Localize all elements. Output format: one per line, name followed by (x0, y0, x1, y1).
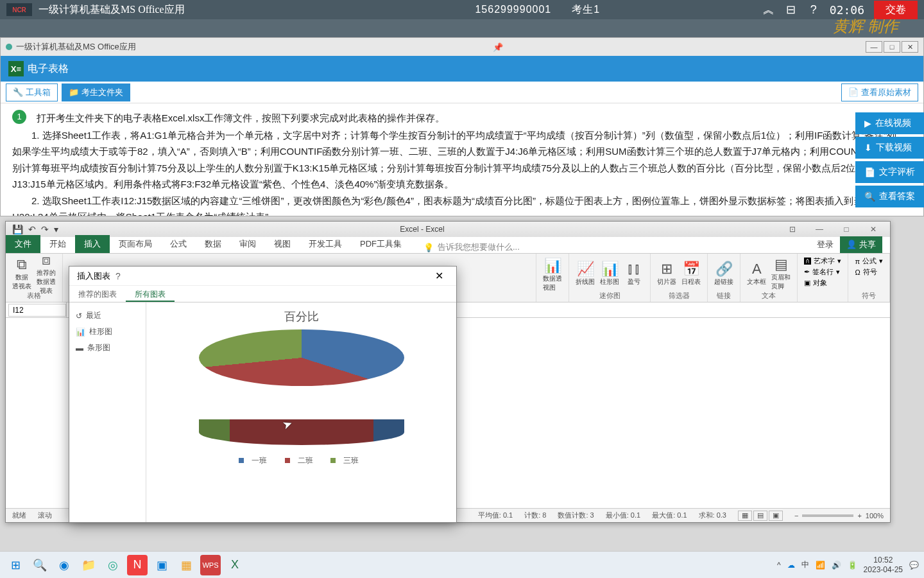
tab-home[interactable]: 开始 (40, 235, 75, 253)
minimize-button[interactable]: — (866, 41, 882, 53)
view-break-button[interactable]: ▣ (769, 511, 783, 521)
maximize-button[interactable]: □ (884, 41, 900, 53)
view-raw-button[interactable]: 📄 查看原始素材 (841, 83, 918, 101)
recommended-pivot-button[interactable]: ⧈推荐的 数据透视表 (37, 261, 56, 286)
tell-me[interactable]: 💡告诉我您想要做什么... (411, 241, 817, 253)
insert-chart-dialog: 插入图表 ? ✕ 推荐的图表 所有图表 ↺最近 📊柱形图 ▬条形图 百分比 一班… (69, 266, 457, 523)
signature-button[interactable]: ✒ 签名行 ▾ (804, 267, 840, 277)
sig-label: 签名行 (812, 267, 834, 277)
tab-view[interactable]: 视图 (265, 235, 300, 253)
taskbar-edge[interactable]: ◉ (54, 555, 74, 575)
tray-battery-icon[interactable]: 🔋 (848, 561, 857, 570)
taskbar-search[interactable]: 🔍 (30, 555, 50, 575)
dialog-close-button[interactable]: ✕ (430, 270, 449, 282)
login-link[interactable]: 登录 (817, 239, 834, 250)
tray-ime-icon[interactable]: 中 (801, 559, 809, 570)
group-filters: ⊞切片器 📅日程表 筛选器 (651, 254, 708, 302)
undo-icon[interactable]: ↶ (28, 224, 36, 234)
status-avg: 0.1 (503, 511, 513, 519)
student-id: 156299990001 (475, 4, 551, 15)
group-sparklines-label: 迷你图 (599, 291, 620, 301)
zoom-out-icon[interactable]: − (794, 512, 798, 520)
header-footer-button[interactable]: ▤页眉和页脚 (771, 261, 791, 286)
collapse-icon[interactable]: ︽ (762, 3, 775, 16)
online-video-button[interactable]: ▶在线视频 (855, 112, 924, 134)
tab-data[interactable]: 数据 (196, 235, 230, 253)
tab-dev[interactable]: 开发工具 (300, 235, 351, 253)
excel-close-button[interactable]: ✕ (860, 223, 886, 236)
download-video-button[interactable]: ⬇下载视频 (855, 137, 924, 159)
tab-pdf[interactable]: PDF工具集 (351, 235, 411, 253)
symbol-button[interactable]: Ω 符号 (855, 267, 877, 277)
taskbar-app-4[interactable]: ▦ (176, 555, 196, 575)
toolbar: 🔧 工具箱 📁 考生文件夹 📄 查看原始素材 (1, 82, 923, 103)
qat-more-icon[interactable]: ▾ (54, 224, 58, 234)
tray-volume-icon[interactable]: 🔊 (832, 561, 841, 570)
share-button[interactable]: 👤 共享 (840, 236, 882, 253)
view-layout-button[interactable]: ▤ (753, 511, 767, 521)
student-folder-button[interactable]: 📁 考生文件夹 (62, 83, 130, 101)
taskbar-app-1[interactable]: ◎ (103, 555, 123, 575)
name-box[interactable] (8, 304, 66, 317)
excel-maximize-button[interactable]: □ (834, 223, 859, 236)
zoom-slider[interactable] (802, 514, 853, 517)
equation-button[interactable]: π 公式 ▾ (855, 256, 883, 266)
timeline-button[interactable]: 📅日程表 (681, 261, 701, 286)
help-icon[interactable]: ? (807, 3, 820, 16)
dialog-help-button[interactable]: ? (110, 271, 126, 281)
chart-type-recent[interactable]: ↺最近 (74, 308, 141, 324)
tray-wifi-icon[interactable]: 📶 (816, 561, 825, 570)
close-button[interactable]: ✕ (902, 41, 918, 53)
zoom-in-icon[interactable]: + (857, 512, 861, 520)
object-button[interactable]: ▣ 对象 (804, 278, 827, 288)
sparkline-winloss-button[interactable]: ⫿⫿盈亏 (624, 261, 644, 286)
tab-file[interactable]: 文件 (6, 235, 40, 253)
pivot-table-button[interactable]: ⧉数据 透视表 (12, 261, 31, 286)
group-symbols-label: 符号 (862, 291, 876, 301)
text-review-button[interactable]: 📄文字评析 (855, 161, 924, 183)
taskbar-clock[interactable]: 10:52 2023-04-25 (864, 556, 903, 574)
view-normal-button[interactable]: ▦ (738, 511, 752, 521)
sparkline-column-button[interactable]: 📊柱形图 (600, 261, 619, 286)
taskbar-app-3[interactable]: ▣ (151, 555, 172, 575)
tab-insert[interactable]: 插入 (75, 235, 110, 253)
taskbar-wps[interactable]: WPS (200, 555, 221, 575)
window-icon[interactable]: ⊟ (785, 3, 798, 16)
start-button[interactable]: ⊞ (5, 555, 26, 575)
redo-icon[interactable]: ↷ (41, 224, 49, 234)
pin-icon[interactable]: 📌 (493, 42, 503, 52)
wordart-button[interactable]: 🅰 艺术字 ▾ (804, 256, 841, 266)
pivot-chart-button[interactable]: 📊数据透视图 (543, 262, 562, 288)
view-raw-label: 查看原始素材 (861, 87, 911, 98)
hyperlink-button[interactable]: 🔗超链接 (714, 261, 733, 286)
tab-formula[interactable]: 公式 (161, 235, 196, 253)
view-answer-button[interactable]: 🔍查看答案 (855, 186, 924, 207)
textbox-button[interactable]: A文本框 (747, 261, 766, 286)
tab-layout[interactable]: 页面布局 (110, 235, 161, 253)
save-icon[interactable]: 💾 (12, 224, 23, 234)
tab-review[interactable]: 审阅 (230, 235, 265, 253)
chart-type-list[interactable]: ↺最近 📊柱形图 ▬条形图 (69, 302, 146, 522)
toolbox-button[interactable]: 🔧 工具箱 (6, 83, 58, 101)
document-title: 电子表格 (28, 62, 69, 76)
textbox-label: 文本框 (747, 277, 766, 286)
clock-time: 10:52 (864, 556, 903, 565)
tray-notifications-icon[interactable]: 💬 (909, 561, 919, 570)
submit-button[interactable]: 交卷 (874, 1, 918, 19)
zoom-control[interactable]: − + 100% (794, 512, 884, 520)
taskbar-explorer[interactable]: 📁 (78, 555, 99, 575)
tray-cloud-icon[interactable]: ☁ (787, 561, 795, 570)
taskbar-excel[interactable]: X (225, 555, 245, 575)
chart-type-bar[interactable]: ▬条形图 (74, 340, 141, 356)
dialog-titlebar: 插入图表 ? ✕ (69, 267, 456, 286)
sparkline-line-button[interactable]: 📈折线图 (576, 261, 595, 286)
dialog-tab-recommended[interactable]: 推荐的图表 (69, 286, 126, 302)
status-sum: 0.3 (717, 511, 726, 519)
dialog-tab-all[interactable]: 所有图表 (126, 286, 175, 302)
ribbon-options-icon[interactable]: ⊡ (780, 223, 805, 236)
excel-minimize-button[interactable]: — (807, 223, 832, 236)
chart-type-column[interactable]: 📊柱形图 (74, 324, 141, 340)
tray-up-icon[interactable]: ^ (777, 561, 781, 570)
slicer-button[interactable]: ⊞切片器 (657, 261, 676, 286)
taskbar-app-2[interactable]: N (127, 555, 148, 575)
